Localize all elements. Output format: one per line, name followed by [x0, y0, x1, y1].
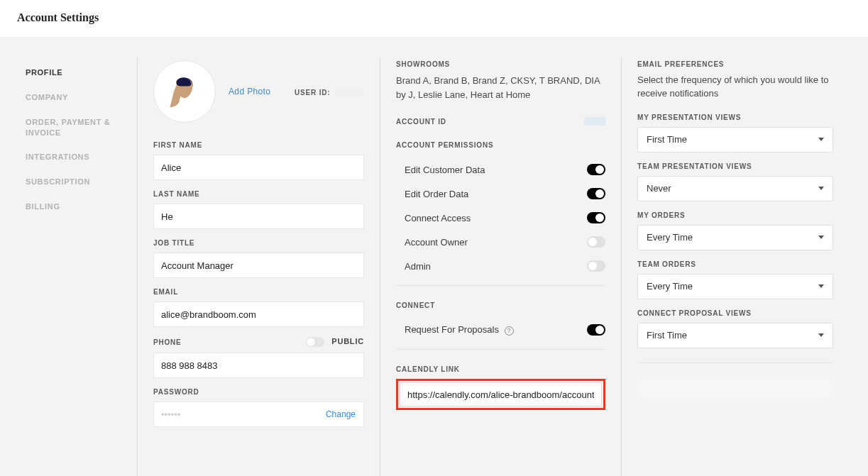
chevron-down-icon — [818, 236, 824, 239]
perm-label: Edit Customer Data — [405, 165, 485, 175]
calendly-highlight — [396, 379, 605, 410]
chevron-down-icon — [818, 284, 824, 288]
sidebar-item-profile[interactable]: PROFILE — [26, 60, 130, 85]
perm-toggle-connect-access[interactable] — [587, 212, 605, 223]
connect-rfp-toggle[interactable] — [587, 324, 605, 336]
perm-label: Connect Access — [405, 213, 471, 223]
pref-label-connect-proposal: CONNECT PROPOSAL VIEWS — [637, 309, 833, 317]
account-id-label: ACCOUNT ID — [396, 118, 446, 126]
pref-select-connect-proposal[interactable]: First Time — [637, 323, 833, 348]
add-photo-link[interactable]: Add Photo — [229, 87, 270, 96]
select-value: Every Time — [647, 281, 693, 292]
showrooms-label: SHOWROOMS — [396, 60, 605, 68]
pref-label-team-presentation: TEAM PRESENTATION VIEWS — [637, 162, 833, 170]
pref-select-my-presentation[interactable]: First Time — [637, 127, 833, 153]
phone-field[interactable] — [153, 353, 364, 378]
sidebar-item-company[interactable]: COMPANY — [26, 85, 130, 110]
perm-toggle-account-owner[interactable] — [587, 236, 605, 248]
settings-sidebar: PROFILE COMPANY ORDER, PAYMENT & INVOICE… — [26, 57, 138, 476]
help-icon[interactable]: ? — [505, 326, 514, 336]
pref-label-my-presentation: MY PRESENTATION VIEWS — [637, 114, 833, 121]
last-name-field[interactable] — [153, 204, 364, 229]
password-label: PASSWORD — [153, 388, 364, 396]
showrooms-text: Brand A, Brand B, Brand Z, CKSY, T BRAND… — [396, 74, 605, 101]
perm-label: Account Owner — [405, 237, 468, 248]
change-password-link[interactable]: Change — [326, 409, 356, 419]
first-name-field[interactable] — [153, 155, 364, 180]
phone-public-toggle[interactable] — [306, 337, 324, 347]
phone-label: PHONE — [153, 338, 182, 346]
connect-label: CONNECT — [396, 301, 605, 309]
perm-label: Admin — [405, 261, 431, 272]
last-name-label: LAST NAME — [153, 190, 364, 198]
chevron-down-icon — [818, 187, 824, 190]
account-id-value — [584, 117, 605, 126]
select-value: Never — [647, 183, 671, 194]
phone-public-label: Public — [331, 337, 364, 345]
pref-label-my-orders: MY ORDERS — [637, 211, 833, 219]
chevron-down-icon — [818, 333, 824, 337]
connect-rfp-label: Request For Proposals — [405, 324, 499, 335]
avatar-person-icon — [163, 70, 206, 113]
email-field[interactable] — [153, 301, 364, 327]
job-title-field[interactable] — [153, 253, 364, 278]
select-value: Every Time — [647, 232, 693, 243]
blurred-region — [637, 377, 833, 420]
avatar[interactable] — [153, 60, 216, 123]
pref-select-team-orders[interactable]: Every Time — [637, 274, 833, 299]
page-title: Account Settings — [17, 11, 851, 24]
chevron-down-icon — [818, 138, 824, 141]
calendly-link-label: CALENDLY LINK — [396, 365, 605, 373]
job-title-label: JOB TITLE — [153, 239, 364, 247]
sidebar-item-integrations[interactable]: INTEGRATIONS — [26, 145, 130, 170]
perm-toggle-edit-order[interactable] — [587, 188, 605, 199]
pref-select-my-orders[interactable]: Every Time — [637, 225, 833, 250]
email-preferences-header: EMAIL PREFERENCES — [637, 60, 833, 68]
user-id-value — [336, 89, 364, 96]
email-label: EMAIL — [153, 288, 364, 296]
sidebar-item-billing[interactable]: BILLING — [26, 194, 130, 219]
user-id-label: USER ID: — [295, 89, 330, 96]
email-preferences-desc: Select the frequency of which you would … — [637, 74, 833, 101]
account-permissions-label: ACCOUNT PERMISSIONS — [396, 141, 605, 149]
pref-select-team-presentation[interactable]: Never — [637, 176, 833, 201]
perm-toggle-admin[interactable] — [587, 260, 605, 272]
select-value: First Time — [647, 134, 687, 145]
pref-label-team-orders: TEAM ORDERS — [637, 260, 833, 268]
calendly-link-field[interactable] — [400, 382, 602, 406]
sidebar-item-subscription[interactable]: SUBSCRIPTION — [26, 170, 130, 194]
sidebar-item-order-payment-invoice[interactable]: ORDER, PAYMENT & INVOICE — [26, 110, 130, 145]
first-name-label: FIRST NAME — [153, 141, 364, 149]
perm-label: Edit Order Data — [405, 189, 468, 199]
select-value: First Time — [647, 330, 687, 341]
perm-toggle-edit-customer[interactable] — [587, 164, 605, 175]
